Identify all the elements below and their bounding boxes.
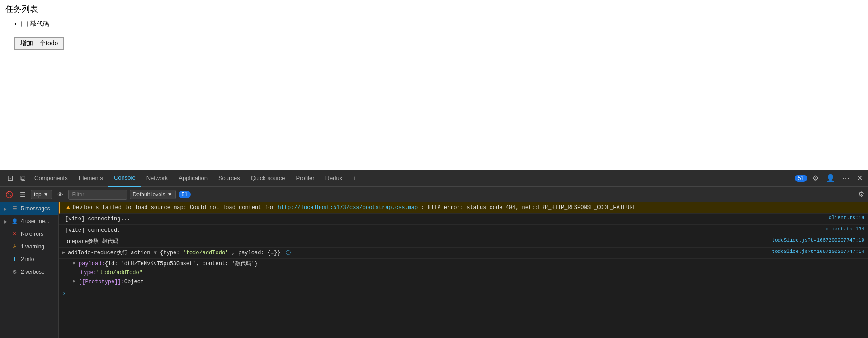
console-output: ▲ DevTools failed to load source map: Co… xyxy=(59,202,868,338)
context-selector[interactable]: top ▼ xyxy=(31,190,52,199)
tab-add[interactable]: + xyxy=(348,170,362,187)
devtools-panel: ⊡ ⧉ Components Elements Console Network … xyxy=(0,170,868,338)
vite-connected-file[interactable]: client.ts:134 xyxy=(820,226,864,232)
filter-count-badge: 51 xyxy=(179,191,191,198)
todo-item-text: 敲代码 xyxy=(30,20,49,28)
sidebar-item-all-messages[interactable]: ▶ ☰ 5 messages xyxy=(0,202,58,215)
sidebar-item-info[interactable]: ℹ 2 info xyxy=(0,253,58,266)
customize-icon[interactable]: 👤 xyxy=(824,172,837,184)
list-icon: ☰ xyxy=(11,205,18,212)
devtools-dock-icon[interactable]: ⧉ xyxy=(16,170,29,187)
context-chevron-icon: ▼ xyxy=(43,191,49,198)
context-label: top xyxy=(34,191,42,198)
tab-sources[interactable]: Sources xyxy=(213,170,245,187)
error-icon: ✕ xyxy=(11,231,18,237)
expand-type-row: type: "todo/addTodo" xyxy=(73,269,864,278)
devtools-right-controls: 51 ⚙ 👤 ⋯ ✕ xyxy=(795,172,864,184)
verbose-icon: ⚙ xyxy=(11,269,18,275)
todo-checkbox[interactable] xyxy=(21,21,28,27)
type-value: "todo/addTodo" xyxy=(97,269,142,277)
console-settings-icon[interactable]: ⚙ xyxy=(858,190,864,199)
console-sidebar: ▶ ☰ 5 messages ▶ 👤 4 user me... ✕ No err… xyxy=(0,202,59,338)
close-devtools-icon[interactable]: ✕ xyxy=(855,172,864,184)
sidebar-item-warnings[interactable]: ⚠ 1 warning xyxy=(0,240,58,253)
prototype-value: Object xyxy=(124,278,144,286)
filter-toggle-button[interactable]: ☰ xyxy=(17,189,28,200)
list-item: 敲代码 xyxy=(14,20,863,28)
log-levels-label: Default levels xyxy=(133,191,165,198)
payload-value: {id: 'dtHzTeNvKvT5pu53Gmset', content: '… xyxy=(105,260,258,268)
user-icon: 👤 xyxy=(11,218,18,224)
payload-expand-arrow[interactable]: ▶ xyxy=(73,260,76,267)
prototype-expand-arrow[interactable]: ▶ xyxy=(73,278,76,285)
arrow-icon: ▶ xyxy=(4,206,8,211)
sidebar-label-all: 5 messages xyxy=(21,205,50,212)
tab-network[interactable]: Network xyxy=(141,170,174,187)
more-options-icon[interactable]: ⋯ xyxy=(840,172,851,184)
addtodo-expanded-content: ▶ payload: {id: 'dtHzTeNvKvT5pu53Gmset',… xyxy=(59,259,868,289)
sidebar-label-info: 2 info xyxy=(21,256,34,262)
console-row-vite-connecting: [vite] connecting... client.ts:19 xyxy=(59,214,868,225)
tab-elements[interactable]: Elements xyxy=(73,170,108,187)
expand-payload-row: ▶ payload: {id: 'dtHzTeNvKvT5pu53Gmset',… xyxy=(73,260,864,269)
prompt-arrow-icon: › xyxy=(62,290,66,297)
sidebar-label-verbose: 2 verbose xyxy=(21,269,45,275)
console-body: ▶ ☰ 5 messages ▶ 👤 4 user me... ✕ No err… xyxy=(0,202,868,338)
info-icon: ℹ xyxy=(11,256,18,262)
addtodo-file[interactable]: todoSlice.js?t=1667200207747:14 xyxy=(766,249,864,254)
info-tooltip-icon[interactable]: ⓘ xyxy=(286,250,291,256)
sidebar-item-errors[interactable]: ✕ No errors xyxy=(0,228,58,240)
vite-connecting-text: [vite] connecting... xyxy=(65,215,823,223)
page-area: 任务列表 敲代码 增加一个todo xyxy=(0,0,868,170)
console-row-warning: ▲ DevTools failed to load source map: Co… xyxy=(59,202,868,214)
vite-connecting-file[interactable]: client.ts:19 xyxy=(823,215,864,220)
expand-prototype-row: ▶ [[Prototype]]: Object xyxy=(73,278,864,287)
row-expand-arrow[interactable]: ▶ xyxy=(62,250,65,255)
sidebar-item-user-messages[interactable]: ▶ 👤 4 user me... xyxy=(0,215,58,228)
log-levels-chevron-icon: ▼ xyxy=(167,191,173,198)
eye-icon[interactable]: 👁 xyxy=(55,189,66,200)
sidebar-label-warnings: 1 warning xyxy=(21,243,44,250)
console-filter-input[interactable] xyxy=(68,190,127,200)
addtodo-text: addTodo-reducer执行 action ▼ {type: 'todo/… xyxy=(68,249,766,257)
tab-components[interactable]: Components xyxy=(29,170,73,187)
console-row-vite-connected: [vite] connected. client.ts:134 xyxy=(59,225,868,236)
settings-icon[interactable]: ⚙ xyxy=(811,172,821,184)
sidebar-label-user: 4 user me... xyxy=(21,218,49,224)
warning-text-after: : HTTP error: status code 404, net::ERR_… xyxy=(421,205,636,211)
clear-console-button[interactable]: 🚫 xyxy=(4,189,14,200)
payload-key: payload: xyxy=(79,260,105,268)
log-levels-selector[interactable]: Default levels ▼ xyxy=(130,190,176,199)
prototype-key: [[Prototype]]: xyxy=(79,278,124,286)
warning-text-before: DevTools failed to load source map: Coul… xyxy=(73,205,278,211)
tab-application[interactable]: Application xyxy=(173,170,213,187)
vite-connected-text: [vite] connected. xyxy=(65,226,820,234)
tab-console[interactable]: Console xyxy=(108,170,141,187)
tab-profiler[interactable]: Profiler xyxy=(291,170,320,187)
console-badge: 51 xyxy=(795,175,807,182)
arrow-icon: ▶ xyxy=(4,219,8,224)
todo-list: 敲代码 xyxy=(14,20,863,28)
tab-quick-source[interactable]: Quick source xyxy=(245,170,291,187)
devtools-tabs-bar: ⊡ ⧉ Components Elements Console Network … xyxy=(0,170,868,187)
page-title: 任务列表 xyxy=(5,4,863,14)
type-key: type: xyxy=(80,269,97,277)
sidebar-item-verbose[interactable]: ⚙ 2 verbose xyxy=(0,266,58,278)
warning-message-content: DevTools failed to load source map: Coul… xyxy=(73,204,864,212)
tab-redux[interactable]: Redux xyxy=(320,170,348,187)
prepare-text: prepare参数 敲代码 xyxy=(65,238,766,246)
warning-triangle-icon: ▲ xyxy=(66,204,70,211)
sidebar-label-errors: No errors xyxy=(21,231,43,237)
prepare-file[interactable]: todoSlice.js?t=1667200207747:19 xyxy=(766,238,864,243)
console-row-addtodo: ▶ addTodo-reducer执行 action ▼ {type: 'tod… xyxy=(59,248,868,259)
add-todo-button[interactable]: 增加一个todo xyxy=(14,37,64,50)
console-row-prepare: prepare参数 敲代码 todoSlice.js?t=16672002077… xyxy=(59,236,868,248)
devtools-toggle-icon[interactable]: ⊡ xyxy=(4,170,16,187)
warning-icon: ⚠ xyxy=(11,243,18,250)
console-toolbar: 🚫 ☰ top ▼ 👁 Default levels ▼ 51 ⚙ xyxy=(0,187,868,202)
warning-link[interactable]: http://localhost:5173/css/bootstrap.css.… xyxy=(278,205,418,211)
console-prompt-row[interactable]: › xyxy=(59,289,868,298)
